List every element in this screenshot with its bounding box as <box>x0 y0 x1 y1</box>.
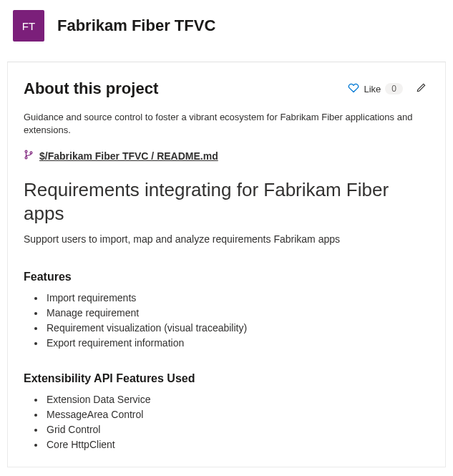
features-heading: Features <box>24 271 429 283</box>
readme-subtitle: Support users to import, map and analyze… <box>24 233 429 245</box>
api-list: Extension Data Service MessageArea Contr… <box>24 392 429 452</box>
readme-path-link[interactable]: $/Fabrikam Fiber TFVC / README.md <box>39 150 218 162</box>
list-item: Core HttpClient <box>45 437 429 452</box>
svg-point-0 <box>25 151 27 153</box>
about-heading: About this project <box>24 79 158 98</box>
about-actions: Like 0 <box>345 79 429 98</box>
like-count: 0 <box>385 83 403 94</box>
readme-title: Requirements integrating for Fabrikam Fi… <box>24 178 429 225</box>
like-label: Like <box>364 84 381 94</box>
edit-button[interactable] <box>413 79 429 98</box>
project-title: Fabrikam Fiber TFVC <box>57 16 215 35</box>
svg-point-1 <box>25 157 27 159</box>
list-item: Requirement visualization (visual tracea… <box>45 321 429 336</box>
like-button[interactable]: Like 0 <box>345 81 406 97</box>
project-description: Guidance and source control to foster a … <box>24 111 429 137</box>
list-item: Grid Control <box>45 422 429 437</box>
branch-icon <box>24 150 34 162</box>
list-item: Import requirements <box>45 291 429 306</box>
readme-path-row: $/Fabrikam Fiber TFVC / README.md <box>24 150 429 162</box>
about-card: About this project Like 0 Guidance <box>7 62 446 467</box>
list-item: Export requirement information <box>45 336 429 351</box>
avatar-initials: FT <box>22 20 35 32</box>
project-header: FT Fabrikam Fiber TFVC <box>0 0 453 56</box>
pencil-icon <box>416 82 427 95</box>
features-list: Import requirements Manage requirement R… <box>24 291 429 351</box>
list-item: MessageArea Control <box>45 407 429 422</box>
about-header-row: About this project Like 0 <box>24 79 429 98</box>
list-item: Manage requirement <box>45 306 429 321</box>
list-item: Extension Data Service <box>45 392 429 407</box>
heart-icon <box>348 82 359 96</box>
api-heading: Extensibility API Features Used <box>24 372 429 385</box>
project-avatar: FT <box>13 10 44 42</box>
svg-point-2 <box>30 152 32 154</box>
